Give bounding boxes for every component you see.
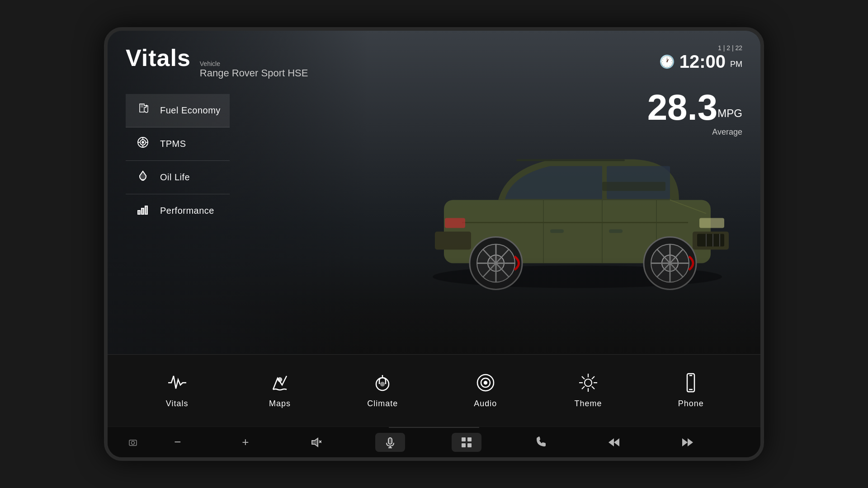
header: Vitals Vehicle Range Rover Sport HSE 1 |… xyxy=(108,31,760,88)
fuel-economy-label: Fuel Economy xyxy=(160,105,221,116)
svg-rect-70 xyxy=(462,437,466,441)
climate-label: Climate xyxy=(367,399,398,408)
menu-item-tpms[interactable]: TPMS xyxy=(126,127,230,161)
svg-rect-7 xyxy=(699,218,724,228)
stat-number: 28.3 xyxy=(647,87,718,127)
audio-label: Audio xyxy=(474,399,497,408)
svg-rect-3 xyxy=(697,234,724,246)
svg-point-50 xyxy=(585,379,592,386)
time-row: 🕐 12:00 PM xyxy=(659,52,742,72)
svg-point-49 xyxy=(484,381,487,384)
left-menu: Fuel Economy TPMS xyxy=(126,94,230,227)
audio-icon xyxy=(474,371,497,394)
svg-rect-13 xyxy=(435,231,471,249)
svg-rect-72 xyxy=(462,443,466,447)
prev-track-button[interactable] xyxy=(600,432,627,452)
vehicle-label: Vehicle xyxy=(200,60,308,67)
svg-rect-29 xyxy=(550,229,564,233)
nav-item-audio[interactable]: Audio xyxy=(434,371,537,408)
title-section: Vitals Vehicle Range Rover Sport HSE xyxy=(126,44,308,79)
svg-marker-75 xyxy=(614,438,619,446)
call-button[interactable] xyxy=(528,433,554,452)
stat-unit: MPG xyxy=(717,107,742,119)
bottom-nav: Vitals Maps xyxy=(108,354,760,427)
svg-rect-41 xyxy=(142,208,144,214)
ampm-display: PM xyxy=(730,60,742,69)
clock-section: 1 | 2 | 22 🕐 12:00 PM xyxy=(659,44,742,72)
svg-marker-77 xyxy=(688,438,693,446)
svg-rect-28 xyxy=(602,182,665,191)
svg-rect-12 xyxy=(445,218,465,228)
volume-up-button[interactable]: + xyxy=(235,432,256,453)
fuel-economy-stat: 28.3MPG Average xyxy=(647,89,742,137)
menu-item-fuel-economy[interactable]: Fuel Economy xyxy=(126,94,230,127)
mute-button[interactable] xyxy=(302,433,329,452)
performance-label: Performance xyxy=(160,206,214,216)
mic-button[interactable] xyxy=(375,433,405,452)
maps-icon xyxy=(269,371,291,394)
svg-rect-40 xyxy=(138,211,140,214)
time-display: 12:00 xyxy=(679,52,726,72)
date-display: 1 | 2 | 22 xyxy=(718,44,742,52)
next-track-button[interactable] xyxy=(674,432,701,452)
clock-icon: 🕐 xyxy=(659,54,675,69)
fuel-economy-icon xyxy=(135,102,151,119)
svg-marker-76 xyxy=(682,438,688,446)
svg-rect-71 xyxy=(467,437,472,441)
svg-rect-67 xyxy=(388,438,392,444)
nav-item-vitals[interactable]: Vitals xyxy=(126,371,228,408)
svg-line-57 xyxy=(592,376,594,379)
stat-label: Average xyxy=(647,127,742,137)
tpms-label: TPMS xyxy=(160,139,186,149)
vehicle-info: Vehicle Range Rover Sport HSE xyxy=(200,60,308,79)
tpms-icon xyxy=(135,136,151,152)
svg-point-63 xyxy=(132,441,135,444)
vehicle-name: Range Rover Sport HSE xyxy=(200,67,308,79)
vitals-label: Vitals xyxy=(166,399,189,408)
svg-rect-31 xyxy=(516,159,625,161)
svg-line-58 xyxy=(582,386,585,389)
svg-marker-74 xyxy=(609,438,614,446)
vitals-icon xyxy=(166,371,189,394)
svg-rect-30 xyxy=(609,229,623,233)
menu-item-performance[interactable]: Performance xyxy=(126,194,230,227)
camera-button[interactable] xyxy=(121,434,145,450)
svg-line-55 xyxy=(582,376,585,379)
performance-icon xyxy=(135,202,151,219)
menu-item-oil-life[interactable]: Oil Life xyxy=(126,161,230,194)
volume-down-button[interactable]: − xyxy=(167,432,188,453)
svg-point-46 xyxy=(381,382,384,386)
svg-rect-42 xyxy=(145,206,147,214)
nav-item-maps[interactable]: Maps xyxy=(228,371,331,408)
maps-label: Maps xyxy=(269,399,291,408)
oil-life-label: Oil Life xyxy=(160,172,190,183)
theme-icon xyxy=(577,371,599,394)
nav-item-theme[interactable]: Theme xyxy=(537,371,639,408)
nav-item-climate[interactable]: Climate xyxy=(331,371,434,408)
stat-value-row: 28.3MPG xyxy=(647,89,742,126)
theme-label: Theme xyxy=(574,399,602,408)
svg-point-43 xyxy=(278,378,282,381)
svg-point-35 xyxy=(142,141,144,143)
oil-life-icon xyxy=(135,169,151,186)
climate-icon xyxy=(371,371,394,394)
page-title: Vitals xyxy=(126,44,191,71)
phone-icon xyxy=(679,371,702,394)
svg-line-56 xyxy=(592,386,594,389)
nav-item-phone[interactable]: Phone xyxy=(640,371,742,408)
svg-rect-73 xyxy=(467,443,472,447)
hardware-bar: − + xyxy=(108,427,760,457)
screen: Vitals Vehicle Range Rover Sport HSE 1 |… xyxy=(108,31,760,457)
phone-label: Phone xyxy=(678,399,704,408)
device-frame: Vitals Vehicle Range Rover Sport HSE 1 |… xyxy=(104,27,764,461)
grid-button[interactable] xyxy=(452,433,481,452)
main-content-area: Vitals Vehicle Range Rover Sport HSE 1 |… xyxy=(108,31,760,354)
svg-marker-64 xyxy=(312,438,318,446)
